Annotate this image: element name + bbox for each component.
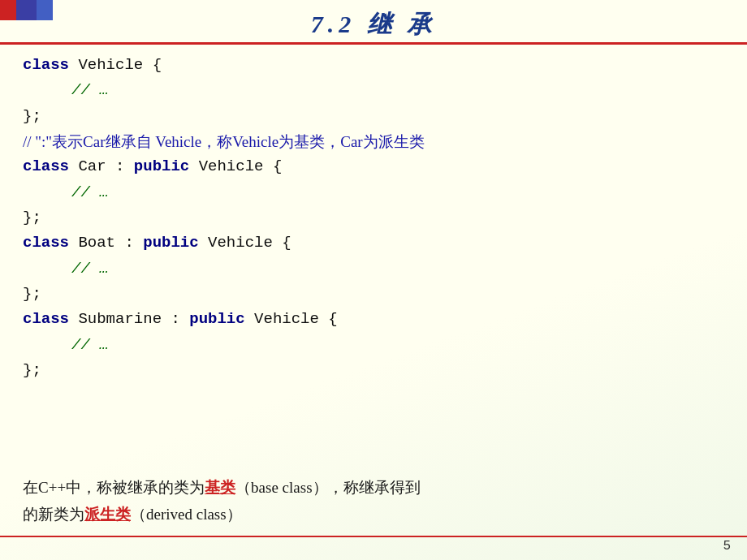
code-block: class Vehicle { // … }; // ":"表示Car继承自 V… <box>23 53 731 383</box>
slide-title: 7.2 继 承 <box>0 8 747 41</box>
code-line-11: // … <box>23 333 731 358</box>
code-line-4: class Car : public Vehicle { <box>23 154 731 179</box>
keyword-class-1: class <box>23 56 69 74</box>
desc-text-3: 的新类为 <box>23 506 84 523</box>
code-text-5: Vehicle { <box>199 234 291 252</box>
code-line-9: }; <box>23 282 731 307</box>
comment-1: // … <box>71 81 109 99</box>
bottom-divider-line <box>0 536 747 537</box>
keyword-class-4: class <box>23 310 69 328</box>
comment-2: // … <box>71 183 109 201</box>
code-line-5: // … <box>23 180 731 205</box>
top-divider-line <box>0 42 747 45</box>
code-line-1: class Vehicle { <box>23 53 731 78</box>
code-text-1: Vehicle { <box>69 56 162 74</box>
bottom-line-1: 在C++中，称被继承的类为基类（base class），称继承得到 <box>23 475 731 501</box>
closing-3: }; <box>23 285 41 303</box>
code-line-2: // … <box>23 78 731 103</box>
content-area: class Vehicle { // … }; // ":"表示Car继承自 V… <box>23 53 731 536</box>
code-line-3: }; <box>23 104 731 129</box>
code-line-6: }; <box>23 205 731 230</box>
keyword-public-3: public <box>189 310 244 328</box>
desc-text-4: （derived class） <box>131 506 242 523</box>
closing-2: }; <box>23 209 41 226</box>
code-line-10: class Submarine : public Vehicle { <box>23 307 731 332</box>
comment-4: // … <box>71 336 109 354</box>
code-text-2: Car : <box>69 157 134 175</box>
code-line-8: // … <box>23 256 731 282</box>
base-class-term: 基类 <box>205 479 235 496</box>
code-text-4: Boat : <box>69 234 143 252</box>
code-line-7: class Boat : public Vehicle { <box>23 230 731 256</box>
code-line-12: }; <box>23 358 731 383</box>
keyword-class-3: class <box>23 234 69 252</box>
desc-text-1: 在C++中，称被继承的类为 <box>23 479 205 496</box>
keyword-public-2: public <box>143 234 198 252</box>
bottom-description: 在C++中，称被继承的类为基类（base class），称继承得到 的新类为派生… <box>23 475 731 528</box>
page-number: 5 <box>723 539 731 554</box>
inherit-comment-line: // ":"表示Car继承自 Vehicle，称Vehicle为基类，Car为派… <box>23 129 731 154</box>
closing-1: }; <box>23 107 41 125</box>
code-text-7: Vehicle { <box>245 310 338 328</box>
derived-class-term: 派生类 <box>84 506 131 523</box>
code-text-3: Vehicle { <box>189 157 282 175</box>
closing-4: }; <box>23 361 41 379</box>
desc-text-2: （base class），称继承得到 <box>235 479 420 496</box>
keyword-class-2: class <box>23 157 69 175</box>
code-text-6: Submarine : <box>69 310 189 328</box>
keyword-public-1: public <box>134 157 189 175</box>
bottom-line-2: 的新类为派生类（derived class） <box>23 502 731 528</box>
comment-3: // … <box>71 260 109 278</box>
